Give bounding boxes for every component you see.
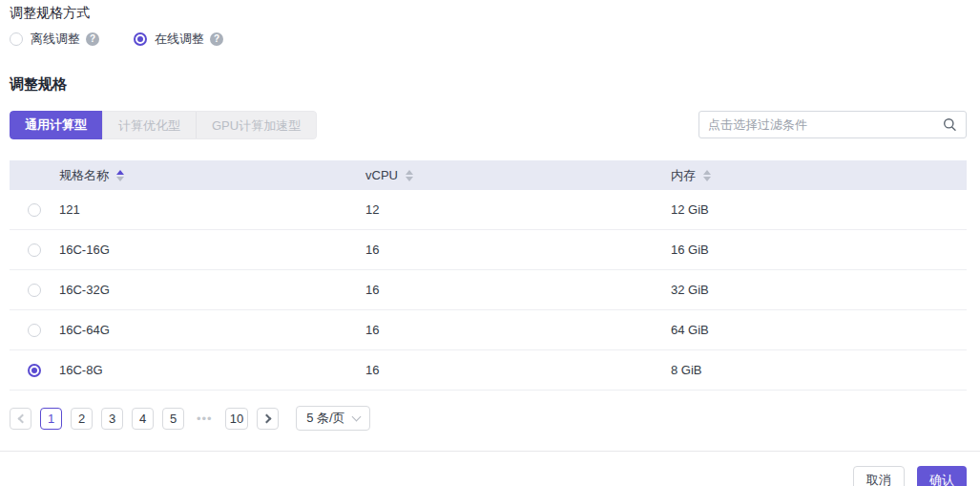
method-radio-label: 在线调整: [155, 31, 204, 48]
page-button-5[interactable]: 5: [162, 408, 184, 430]
cell-name: 16C-64G: [59, 323, 365, 337]
row-radio-icon[interactable]: [28, 324, 41, 337]
column-header: vCPU: [365, 168, 671, 182]
cell-name: 121: [59, 202, 365, 217]
spec-table-header: 规格名称vCPU内存: [10, 160, 967, 190]
row-radio-cell[interactable]: [10, 364, 59, 377]
row-radio-cell[interactable]: [10, 203, 59, 217]
method-radio-option[interactable]: 在线调整?: [134, 31, 223, 48]
help-icon[interactable]: ?: [86, 32, 99, 46]
page-size-select[interactable]: 5 条/页: [296, 406, 369, 431]
filter-search-input[interactable]: [708, 117, 943, 132]
sort-asc-arrow[interactable]: [116, 170, 124, 175]
row-radio-cell[interactable]: [10, 284, 59, 297]
cell-memory: 32 GiB: [671, 283, 967, 297]
sort-asc-arrow[interactable]: [703, 170, 711, 175]
page-button-3[interactable]: 3: [101, 408, 123, 430]
chevron-right-icon: [261, 413, 271, 423]
next-page-button[interactable]: [257, 408, 279, 430]
page-size-label: 5 条/页: [306, 410, 344, 427]
cell-memory: 64 GiB: [671, 323, 967, 337]
cell-name: 16C-8G: [59, 363, 365, 377]
column-header-label: vCPU: [365, 168, 398, 182]
cell-vcpu: 16: [365, 363, 671, 377]
cell-vcpu: 16: [365, 243, 671, 257]
spec-toolbar: 通用计算型计算优化型GPU计算加速型: [10, 111, 967, 139]
prev-page-button[interactable]: [10, 408, 31, 430]
tab-GPU计算加速型: GPU计算加速型: [196, 111, 317, 139]
pagination: 12345•••105 条/页: [10, 406, 967, 431]
column-header-label: 规格名称: [59, 167, 109, 184]
confirm-button[interactable]: 确认: [917, 466, 967, 486]
radio-icon[interactable]: [10, 32, 23, 46]
cell-memory: 12 GiB: [671, 202, 967, 217]
method-radio-label: 离线调整: [31, 31, 80, 48]
page-button-10[interactable]: 10: [225, 408, 248, 430]
sort-desc-arrow[interactable]: [116, 177, 124, 181]
page-button-1[interactable]: 1: [40, 408, 62, 430]
filter-search-box[interactable]: [699, 111, 967, 138]
sort-icon[interactable]: [703, 170, 711, 181]
cell-vcpu: 12: [365, 202, 671, 217]
sort-icon[interactable]: [406, 170, 413, 181]
spec-table: 规格名称vCPU内存 1211212 GiB16C-16G1616 GiB16C…: [10, 160, 967, 391]
row-radio-cell[interactable]: [10, 324, 59, 337]
row-radio-icon[interactable]: [28, 364, 41, 377]
table-row[interactable]: 16C-32G1632 GiB: [10, 270, 967, 310]
cell-vcpu: 16: [365, 283, 671, 297]
cell-memory: 16 GiB: [671, 243, 967, 257]
column-header: 内存: [671, 167, 967, 184]
spec-table-body: 1211212 GiB16C-16G1616 GiB16C-32G1632 Gi…: [10, 190, 967, 391]
chevron-down-icon: [351, 412, 361, 422]
ellipsis-icon[interactable]: •••: [193, 412, 217, 426]
method-section-title: 调整规格方式: [10, 5, 967, 22]
resize-spec-dialog: 调整规格方式 离线调整?在线调整? 调整规格 通用计算型计算优化型GPU计算加速…: [0, 0, 980, 431]
help-icon[interactable]: ?: [210, 32, 223, 46]
sort-icon[interactable]: [116, 170, 124, 181]
tab-计算优化型: 计算优化型: [102, 111, 196, 139]
column-header-label: 内存: [671, 167, 696, 184]
cell-vcpu: 16: [365, 323, 671, 337]
cell-name: 16C-32G: [59, 283, 365, 297]
spec-section-title: 调整规格: [10, 75, 967, 94]
tab-通用计算型[interactable]: 通用计算型: [10, 111, 102, 139]
method-radio-option[interactable]: 离线调整?: [10, 31, 99, 48]
row-radio-icon[interactable]: [28, 243, 41, 257]
cancel-button[interactable]: 取消: [853, 466, 905, 486]
row-radio-icon[interactable]: [28, 203, 41, 217]
table-row[interactable]: 16C-64G1664 GiB: [10, 310, 967, 350]
table-row[interactable]: 1211212 GiB: [10, 190, 967, 230]
sort-desc-arrow[interactable]: [406, 177, 413, 181]
cell-name: 16C-16G: [59, 243, 365, 257]
table-row[interactable]: 16C-8G168 GiB: [10, 350, 967, 391]
chevron-left-icon: [17, 413, 27, 423]
column-header: 规格名称: [59, 167, 365, 184]
cell-memory: 8 GiB: [671, 363, 967, 377]
method-radio-group: 离线调整?在线调整?: [10, 31, 967, 48]
row-radio-icon[interactable]: [28, 284, 41, 297]
sort-desc-arrow[interactable]: [703, 177, 711, 181]
radio-icon[interactable]: [134, 32, 147, 46]
instance-type-tabs: 通用计算型计算优化型GPU计算加速型: [10, 111, 317, 139]
search-icon[interactable]: [943, 117, 957, 132]
page-button-4[interactable]: 4: [132, 408, 154, 430]
page-button-2[interactable]: 2: [71, 408, 93, 430]
dialog-footer: 取消 确认: [0, 452, 980, 486]
row-radio-cell[interactable]: [10, 243, 59, 257]
sort-asc-arrow[interactable]: [406, 170, 413, 175]
table-row[interactable]: 16C-16G1616 GiB: [10, 230, 967, 270]
